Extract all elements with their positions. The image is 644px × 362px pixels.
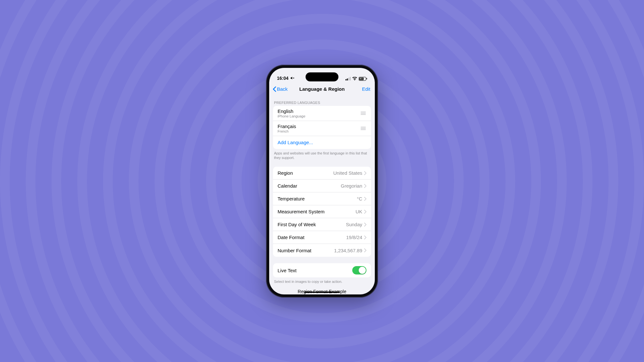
row-label: First Day of Week [278, 222, 346, 227]
temperature-row[interactable]: Temperature °C [273, 192, 371, 205]
svg-rect-2 [348, 78, 349, 81]
language-row-francais[interactable]: Français French [273, 121, 371, 136]
battery-icon: 61 [359, 77, 367, 81]
row-value: 1,234,567.89 [334, 248, 362, 253]
nav-bar: Back Language & Region Edit [269, 82, 375, 96]
add-language-label: Add Language... [278, 140, 313, 145]
livetext-row: Live Text [273, 263, 371, 277]
row-label: Temperature [278, 196, 357, 201]
chevron-left-icon [272, 86, 277, 92]
language-subtitle: iPhone Language [278, 114, 361, 118]
row-value: 19/8/24 [346, 235, 362, 240]
chevron-right-icon [364, 197, 366, 201]
row-label: Measurement System [278, 209, 355, 214]
back-button[interactable]: Back [272, 86, 288, 92]
row-label: Region [278, 170, 333, 176]
dateformat-row[interactable]: Date Format 19/8/24 [273, 231, 371, 244]
livetext-group: Live Text [273, 263, 371, 277]
reorder-handle-icon[interactable] [361, 127, 366, 130]
status-time: 16:04 [277, 76, 289, 81]
region-settings-group: Region United States Calendar Gregorian … [273, 167, 371, 257]
row-label: Date Format [278, 235, 346, 240]
dynamic-island [306, 72, 338, 81]
svg-rect-1 [347, 79, 348, 80]
languages-footer: Apps and websites will use the first lan… [269, 149, 375, 161]
screen: 16:04 61 Back Language & Region Edit PRE… [269, 68, 375, 294]
livetext-toggle[interactable] [352, 266, 366, 274]
language-title: English [278, 108, 361, 114]
chevron-right-icon [364, 184, 366, 188]
chevron-right-icon [364, 210, 366, 214]
livetext-label: Live Text [278, 268, 352, 273]
edit-button[interactable]: Edit [362, 86, 372, 92]
content-scroll[interactable]: PREFERRED LANGUAGES English iPhone Langu… [269, 96, 375, 294]
cellular-icon [346, 77, 351, 80]
svg-rect-0 [346, 79, 346, 80]
firstday-row[interactable]: First Day of Week Sunday [273, 218, 371, 231]
region-format-example: Region Format Example 00:34 Monday, Augu… [269, 284, 375, 294]
livetext-footer: Select text in images to copy or take ac… [269, 277, 375, 284]
language-subtitle: French [278, 129, 361, 133]
row-value: United States [333, 170, 362, 176]
chevron-right-icon [364, 248, 366, 252]
add-language-button[interactable]: Add Language... [273, 136, 371, 149]
row-label: Number Format [278, 248, 334, 253]
calendar-row[interactable]: Calendar Gregorian [273, 180, 371, 192]
language-row-english[interactable]: English iPhone Language [273, 106, 371, 121]
row-value: Gregorian [341, 183, 362, 189]
nav-title: Language & Region [299, 86, 345, 92]
languages-group: English iPhone Language Français French … [273, 106, 371, 149]
numberformat-row[interactable]: Number Format 1,234,567.89 [273, 244, 371, 257]
home-indicator[interactable] [304, 292, 340, 293]
row-value: °C [357, 196, 362, 201]
preferred-languages-header: PREFERRED LANGUAGES [269, 96, 375, 106]
wifi-icon [352, 77, 357, 80]
language-title: Français [278, 124, 361, 129]
row-value: Sunday [346, 222, 362, 227]
row-label: Calendar [278, 183, 341, 189]
phone-frame: 16:04 61 Back Language & Region Edit PRE… [266, 65, 378, 298]
silent-icon [290, 76, 294, 80]
reorder-handle-icon[interactable] [361, 112, 366, 115]
row-value: UK [355, 209, 362, 214]
region-row[interactable]: Region United States [273, 167, 371, 180]
svg-rect-3 [350, 77, 351, 80]
back-label: Back [277, 86, 288, 92]
chevron-right-icon [364, 223, 366, 227]
chevron-right-icon [364, 171, 366, 175]
measurement-row[interactable]: Measurement System UK [273, 205, 371, 218]
chevron-right-icon [364, 236, 366, 239]
